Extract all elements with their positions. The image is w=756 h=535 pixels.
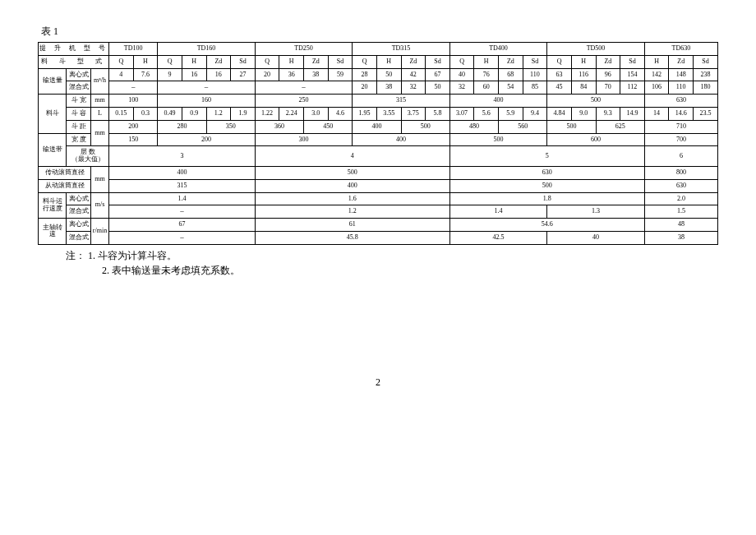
driven-drum-row: 从动滚筒直径 315 400 500 630: [39, 179, 718, 192]
bucket-volume-row: 斗 容 L 0.150.3 0.490.91.21.9 1.222.243.04…: [39, 107, 718, 120]
bucket-pitch-row: 斗 距 mm 200 280350 360450 400500 480560 5…: [39, 120, 718, 133]
unit-mm: mm: [91, 120, 109, 146]
drive-drum-row: 传动滚筒直径 mm 400 500 630 800: [39, 166, 718, 179]
shaft-centrifugal-row: 主轴转 速 离心式 r/min 67 61 54.6 48: [39, 219, 718, 232]
driven-drum-label: 从动滚筒直径: [39, 179, 91, 192]
capacity-label: 输送量: [39, 68, 67, 95]
unit-rmin: r/min: [91, 219, 109, 245]
model-label: 提 升 机 型 号: [39, 43, 109, 56]
model-td400: TD400: [449, 43, 547, 56]
bucket-width-row: 料斗 斗 宽 mm 100 160 250 315 400 500 630: [39, 95, 718, 108]
header-row: 提 升 机 型 号 TD100 TD160 TD250 TD315 TD400 …: [39, 43, 718, 56]
volume-label: 斗 容: [67, 107, 91, 120]
bucket-label: 料斗: [39, 95, 67, 133]
width-label: 斗 宽: [67, 95, 91, 108]
unit-ms: m/s: [91, 192, 109, 219]
pitch-label: 斗 距: [67, 120, 91, 133]
belt-width-label: 宽 度: [67, 133, 91, 146]
spec-table: 提 升 机 型 号 TD100 TD160 TD250 TD315 TD400 …: [38, 42, 718, 245]
subheader-row: 料 斗 型 式 QH QHZdSd QHZdSd QHZdSd QHZdSd Q…: [39, 55, 718, 68]
shaft-label: 主轴转 速: [39, 219, 67, 245]
unit-mm: mm: [91, 95, 109, 108]
centrifugal-label: 离心式: [67, 68, 91, 81]
belt-layers-row: 层 数 （最大值） 3 4 5 6: [39, 146, 718, 167]
belt-width-row: 输送带 宽 度 150 200 300 400 500 600 700: [39, 133, 718, 146]
unit-mm: mm: [91, 166, 109, 192]
note-1: 注： 1. 斗容为计算斗容。: [66, 248, 718, 263]
table-title: 表 1: [41, 25, 718, 39]
unit-m3h: m³/h: [91, 68, 109, 95]
drive-drum-label: 传动滚筒直径: [39, 166, 91, 179]
model-td250: TD250: [255, 43, 353, 56]
model-td100: TD100: [109, 43, 158, 56]
model-td315: TD315: [353, 43, 450, 56]
speed-centrifugal-row: 料斗运 行速度 离心式 m/s 1.4 1.6 1.8 2.0: [39, 192, 718, 205]
shaft-mixed-row: 混合式 – 45.8 42.5 40 38: [39, 231, 718, 244]
layers-label: 层 数 （最大值）: [67, 146, 109, 167]
model-td160: TD160: [158, 43, 256, 56]
unit-l: L: [91, 107, 109, 120]
model-td630: TD630: [644, 43, 717, 56]
notes: 注： 1. 斗容为计算斗容。 2. 表中输送量未考虑填充系数。: [66, 248, 718, 278]
belt-label: 输送带: [39, 133, 67, 166]
bucket-type-label: 料 斗 型 式: [39, 55, 109, 68]
mixed-label: 混合式: [67, 81, 91, 95]
capacity-mixed-row: 混合式 – – – 20383250 32605485 458470112 10…: [39, 81, 718, 95]
capacity-centrifugal-row: 输送量 离心式 m³/h 47.6 9161627 20363859 28504…: [39, 68, 718, 81]
model-td500: TD500: [547, 43, 645, 56]
speed-label: 料斗运 行速度: [39, 192, 67, 219]
note-2: 2. 表中输送量未考虑填充系数。: [102, 263, 718, 278]
page-number: 2: [38, 376, 718, 389]
speed-mixed-row: 混合式 – 1.2 1.4 1.3 1.5: [39, 205, 718, 219]
